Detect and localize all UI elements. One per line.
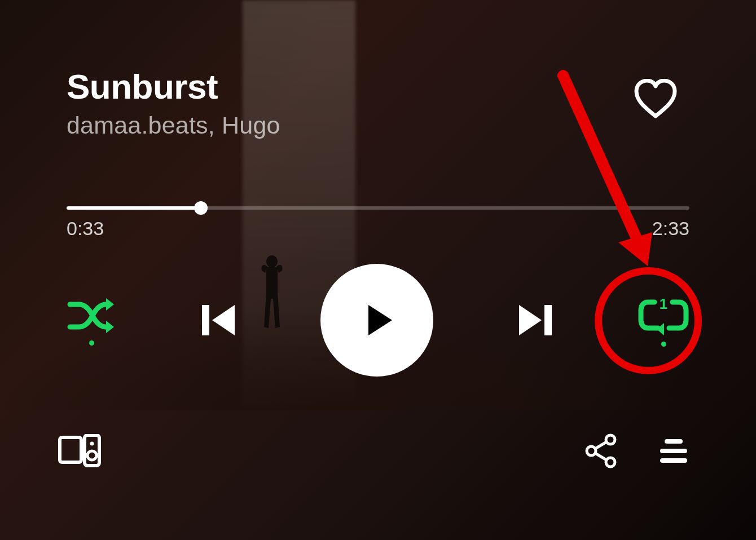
devices-icon — [58, 434, 102, 468]
shuffle-active-dot — [89, 340, 94, 346]
svg-rect-1 — [202, 305, 209, 335]
svg-line-11 — [595, 442, 606, 449]
play-icon — [355, 298, 399, 342]
svg-line-12 — [595, 453, 606, 460]
time-total: 2:33 — [652, 218, 689, 240]
now-playing-view: Sunburst damaa.beats, Hugo 0:33 2:33 — [0, 0, 756, 540]
repeat-active-dot — [661, 342, 666, 347]
progress-section: 0:33 2:33 — [67, 206, 689, 240]
shuffle-button[interactable] — [67, 295, 116, 346]
heart-icon — [633, 79, 678, 119]
shuffle-icon — [67, 295, 116, 336]
track-header: Sunburst damaa.beats, Hugo — [67, 68, 689, 139]
queue-icon — [658, 438, 689, 464]
share-button[interactable] — [583, 433, 619, 469]
svg-rect-13 — [665, 439, 683, 444]
svg-rect-4 — [60, 437, 81, 462]
seek-bar-thumb[interactable] — [194, 201, 208, 215]
next-button[interactable] — [513, 298, 557, 342]
track-title[interactable]: Sunburst — [67, 68, 280, 106]
track-artist[interactable]: damaa.beats, Hugo — [67, 112, 280, 139]
svg-point-8 — [606, 435, 615, 444]
svg-point-7 — [87, 451, 96, 460]
previous-icon — [196, 298, 240, 342]
time-elapsed: 0:33 — [67, 218, 104, 240]
svg-rect-15 — [660, 458, 687, 463]
next-icon — [513, 298, 557, 342]
devices-button[interactable] — [58, 434, 102, 468]
svg-rect-14 — [660, 449, 687, 453]
repeat-one-button[interactable]: 1 — [638, 294, 689, 347]
previous-button[interactable] — [196, 298, 240, 342]
like-button[interactable] — [633, 79, 678, 119]
queue-button[interactable] — [658, 438, 689, 464]
repeat-one-icon: 1 — [638, 294, 689, 337]
seek-bar[interactable] — [67, 206, 689, 210]
seek-bar-fill — [67, 206, 201, 210]
bottom-right-group — [583, 433, 689, 469]
svg-point-10 — [606, 458, 615, 467]
bottom-toolbar — [58, 433, 689, 469]
svg-point-9 — [587, 446, 596, 455]
svg-rect-2 — [544, 305, 552, 335]
svg-point-6 — [90, 442, 94, 446]
share-icon — [583, 433, 619, 469]
playback-controls: 1 — [67, 264, 689, 377]
track-info: Sunburst damaa.beats, Hugo — [67, 68, 280, 139]
play-button[interactable] — [320, 264, 433, 377]
svg-text:1: 1 — [660, 295, 667, 312]
time-row: 0:33 2:33 — [67, 218, 689, 240]
